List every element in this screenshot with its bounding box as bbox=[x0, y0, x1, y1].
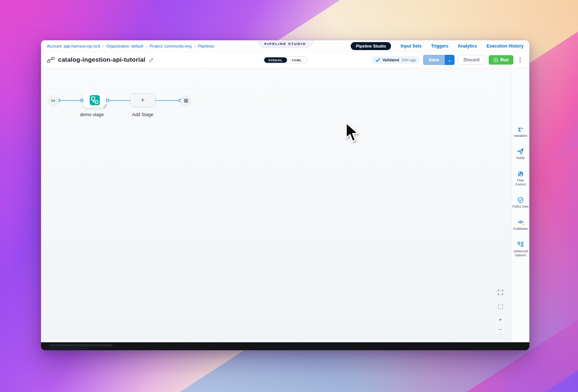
pipeline-start-node[interactable] bbox=[48, 95, 58, 106]
shield-check-icon bbox=[517, 196, 524, 204]
panel-item-notify[interactable]: Notify bbox=[512, 148, 529, 160]
right-toolbar: Σx Variables Notify bbox=[511, 68, 529, 342]
tab-input-sets[interactable]: Input Sets bbox=[400, 44, 422, 49]
zoom-controls: + − bbox=[496, 315, 505, 334]
tab-execution-history[interactable]: Execution History bbox=[487, 44, 524, 49]
flowchart-gear-icon bbox=[517, 241, 524, 248]
custom-stage-icon bbox=[89, 95, 100, 106]
pipeline-toolbar: catalog-ingestion-api-tutorial VISUAL YA… bbox=[41, 52, 529, 68]
toggle-yaml[interactable]: YAML bbox=[287, 57, 306, 63]
zoom-out-icon: − bbox=[498, 326, 502, 333]
add-stage-label: Add Stage bbox=[121, 112, 164, 117]
save-split-button: Save ⌄ bbox=[423, 55, 454, 65]
zoom-out-button[interactable]: − bbox=[496, 325, 505, 334]
stop-square-icon bbox=[184, 99, 188, 103]
start-play-icon bbox=[51, 99, 56, 103]
run-button[interactable]: Run bbox=[489, 55, 513, 65]
validated-time: 10m ago bbox=[402, 58, 416, 62]
breadcrumb-separator-icon: › bbox=[146, 44, 147, 48]
toggle-visual[interactable]: VISUAL bbox=[264, 57, 287, 63]
breadcrumb-separator-icon: › bbox=[102, 44, 104, 48]
fit-view-button[interactable] bbox=[496, 287, 505, 297]
pipeline-icon bbox=[47, 57, 55, 63]
top-header: Account: app-harness-ng-cicd › Organizat… bbox=[41, 40, 529, 52]
tab-triggers[interactable]: Triggers bbox=[431, 44, 448, 49]
breadcrumb-organization[interactable]: Organization: default bbox=[106, 44, 143, 48]
pipeline-end-node[interactable] bbox=[181, 95, 191, 106]
plus-icon: + bbox=[141, 96, 144, 104]
reset-selection-button[interactable] bbox=[496, 302, 505, 311]
zoom-in-icon: + bbox=[498, 317, 502, 323]
breadcrumb-account[interactable]: Account: app-harness-ng-cicd bbox=[47, 44, 100, 48]
breadcrumb-separator-icon: › bbox=[194, 44, 196, 48]
paper-plane-icon bbox=[517, 148, 524, 155]
link-port-icon[interactable] bbox=[80, 99, 83, 102]
zoom-in-button[interactable]: + bbox=[496, 315, 505, 324]
add-stage-button[interactable]: + bbox=[130, 93, 155, 107]
discard-button[interactable]: Discard bbox=[458, 55, 485, 65]
pipeline-canvas[interactable]: demo-stage + Add Stage + − bbox=[41, 68, 511, 342]
code-warning-icon: </>▲ bbox=[518, 219, 523, 226]
panel-item-advanced-options[interactable]: Advanced Options bbox=[512, 241, 529, 258]
page-title: catalog-ingestion-api-tutorial bbox=[58, 56, 145, 64]
panel-item-codebase[interactable]: </>▲ Codebase bbox=[512, 219, 529, 231]
stage-label: demo-stage bbox=[70, 112, 114, 117]
breadcrumb-project[interactable]: Project: community-eng bbox=[150, 44, 192, 48]
chevron-down-icon: ⌄ bbox=[448, 58, 451, 62]
nav-tabs: Pipeline Studio Input Sets Triggers Anal… bbox=[351, 42, 524, 50]
mouse-cursor bbox=[344, 122, 359, 144]
dashed-square-icon bbox=[498, 305, 503, 309]
save-button[interactable]: Save bbox=[423, 55, 444, 65]
panel-item-flow-control[interactable]: Flow Control bbox=[512, 170, 529, 187]
sliders-icon bbox=[517, 170, 524, 177]
save-dropdown-button[interactable]: ⌄ bbox=[445, 55, 455, 65]
view-toggle: VISUAL YAML bbox=[263, 56, 308, 64]
tab-analytics[interactable]: Analytics bbox=[458, 44, 477, 49]
pipeline-connector-line bbox=[53, 100, 186, 101]
stage-condition-link-icon bbox=[103, 104, 107, 108]
panel-item-variables[interactable]: Σx Variables bbox=[512, 126, 529, 138]
panel-item-policy-sets[interactable]: Policy Sets bbox=[512, 196, 529, 209]
app-window: Account: app-harness-ng-cicd › Organizat… bbox=[41, 40, 529, 350]
pipeline-studio-ribbon: PIPELINE STUDIO bbox=[255, 40, 316, 48]
validation-status-badge: Validated 10m ago bbox=[372, 56, 420, 64]
variables-sigma-icon: Σx bbox=[518, 126, 523, 133]
stage-node-demo-stage[interactable] bbox=[84, 93, 106, 108]
background-window-strip bbox=[41, 342, 529, 350]
more-options-kebab-icon[interactable] bbox=[517, 56, 524, 64]
link-port-icon[interactable] bbox=[106, 99, 109, 102]
check-icon bbox=[375, 58, 380, 62]
breadcrumb-pipelines[interactable]: Pipelines bbox=[198, 44, 214, 48]
run-play-icon bbox=[493, 58, 498, 62]
breadcrumb: Account: app-harness-ng-cicd › Organizat… bbox=[47, 44, 214, 48]
edit-pencil-icon[interactable] bbox=[148, 57, 154, 63]
tab-pipeline-studio[interactable]: Pipeline Studio bbox=[351, 42, 391, 50]
